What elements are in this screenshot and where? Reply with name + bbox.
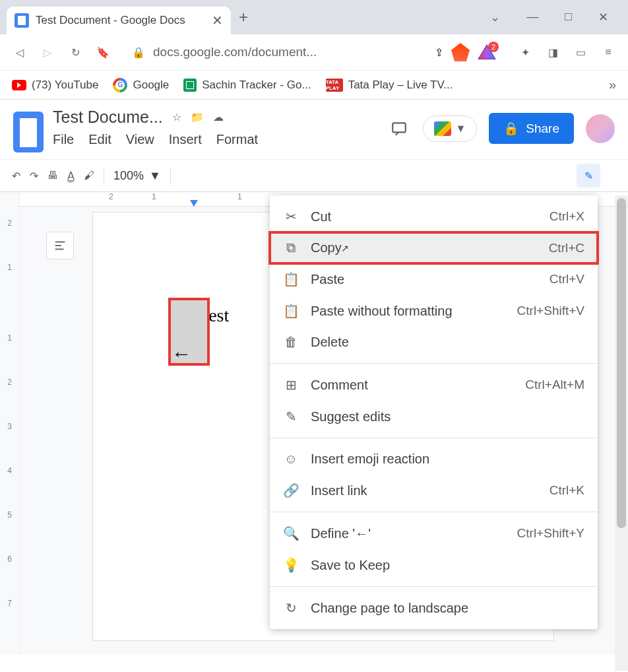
menu-item-cut[interactable]: ✂CutCtrl+X (270, 201, 598, 232)
menu-format[interactable]: Format (216, 132, 258, 147)
cut-icon: ✂ (283, 209, 299, 224)
new-tab-button[interactable]: + (239, 8, 248, 26)
separator (104, 167, 104, 184)
separator (170, 167, 171, 184)
extensions-icon[interactable]: ✦ (517, 44, 533, 60)
delete-icon: 🗑 (283, 335, 299, 350)
comments-button[interactable] (387, 117, 411, 141)
menu-insert[interactable]: Insert (169, 132, 202, 147)
menu-label: Suggest edits (311, 409, 573, 424)
minimize-button[interactable]: — (526, 10, 538, 24)
url-bar[interactable]: 🔒 docs.google.com/document... ⇪ (123, 43, 505, 61)
redo-button[interactable]: ↷ (30, 170, 38, 182)
scrollbar-thumb[interactable] (617, 198, 626, 528)
docs-header: Test Docume... ☆ 📁 ☁ File Edit View Inse… (0, 100, 628, 152)
undo-button[interactable]: ↶ (12, 170, 20, 182)
bookmark-overflow-icon[interactable]: » (609, 77, 616, 92)
share-url-icon[interactable]: ⇪ (435, 46, 443, 59)
editing-mode-button[interactable]: ✎ (577, 164, 600, 187)
reload-button[interactable]: ↻ (67, 44, 83, 60)
meet-button[interactable]: ▼ (423, 116, 477, 142)
menu-separator (270, 363, 598, 364)
menu-shortcut: Ctrl+V (550, 272, 584, 286)
window-dropdown-icon[interactable]: ⌄ (490, 10, 500, 24)
menu-item-paste-without-formatting[interactable]: 📋Paste without formattingCtrl+Shift+V (270, 295, 598, 327)
print-button[interactable]: 🖶 (47, 170, 58, 182)
menu-edit[interactable]: Edit (88, 132, 111, 147)
suggest-edits-icon: ✎ (283, 409, 299, 424)
star-icon[interactable]: ☆ (172, 111, 181, 123)
bookmark-google[interactable]: Google (113, 78, 169, 92)
bookmark-label: Sachin Tracker - Go... (202, 79, 311, 92)
context-menu: ✂CutCtrl+X⧉CopyCtrl+C↖📋PasteCtrl+V📋Paste… (270, 195, 598, 629)
menu-shortcut: Ctrl+K (550, 483, 584, 498)
menu-item-save-to-keep[interactable]: 💡Save to Keep (270, 549, 598, 581)
svg-marker-1 (479, 46, 495, 59)
docs-logo[interactable] (13, 112, 44, 152)
menu-item-comment[interactable]: ⊞CommentCtrl+Alt+M (270, 369, 598, 401)
menu-separator (270, 438, 598, 438)
menu-item-insert-emoji-reaction[interactable]: ☺Insert emoji reaction (270, 444, 598, 475)
document-title[interactable]: Test Docume... (53, 108, 163, 127)
zoom-select[interactable]: 100% ▼ (113, 169, 161, 183)
menu-item-insert-link[interactable]: 🔗Insert linkCtrl+K (270, 475, 598, 506)
brave-rewards-icon[interactable] (478, 44, 496, 60)
brave-shield-icon[interactable] (451, 43, 470, 61)
menu-item-paste[interactable]: 📋PasteCtrl+V (270, 263, 598, 295)
close-window-button[interactable]: ✕ (598, 10, 608, 24)
wallet-icon[interactable]: ▭ (573, 44, 588, 60)
menu-item-delete[interactable]: 🗑Delete (270, 327, 598, 358)
menu-label: Delete (311, 335, 573, 350)
bookmark-button[interactable]: 🔖 (95, 44, 111, 60)
menu-view[interactable]: View (126, 132, 154, 147)
menu-file[interactable]: File (53, 132, 74, 147)
menu-item-change-page-to-landscape[interactable]: ↻Change page to landscape (270, 592, 598, 624)
browser-tab[interactable]: Test Document - Google Docs ✕ (7, 7, 231, 34)
tata-play-icon: TATA PLAY (326, 79, 343, 92)
close-tab-icon[interactable]: ✕ (212, 13, 223, 28)
outline-button[interactable] (46, 232, 74, 259)
paste-icon: 📋 (283, 271, 299, 287)
forward-button[interactable]: ▷ (40, 44, 55, 60)
move-icon[interactable]: 📁 (191, 111, 204, 123)
chevron-down-icon: ▼ (455, 123, 466, 135)
bookmarks-bar: (73) YouTube Google Sachin Tracker - Go.… (0, 71, 628, 100)
paint-format-button[interactable]: 🖌 (84, 170, 94, 182)
lock-icon: 🔒 (503, 121, 519, 136)
bookmark-label: Google (133, 79, 169, 92)
menu-shortcut: Ctrl+X (550, 209, 584, 224)
menu-label: Define '←' (311, 526, 505, 541)
back-button[interactable]: ◁ (12, 44, 28, 60)
scrollbar[interactable] (615, 195, 628, 671)
chevron-down-icon: ▼ (149, 169, 161, 183)
menu-label: Cut (311, 209, 538, 224)
cloud-status-icon[interactable]: ☁ (213, 111, 224, 123)
bookmark-tata[interactable]: TATA PLAY Tata Play – Live TV... (326, 79, 453, 92)
menu-icon[interactable]: ≡ (600, 44, 616, 60)
browser-tab-strip: Test Document - Google Docs ✕ + ⌄ — □ ✕ (0, 0, 628, 34)
change-page-to-landscape-icon: ↻ (283, 600, 299, 616)
share-button[interactable]: 🔒 Share (489, 113, 574, 144)
comment-icon: ⊞ (283, 377, 299, 393)
menu-shortcut: Ctrl+Shift+Y (517, 526, 584, 541)
bookmark-sheets[interactable]: Sachin Tracker - Go... (183, 79, 311, 92)
maximize-button[interactable]: □ (565, 10, 572, 24)
menu-shortcut: Ctrl+Shift+V (517, 304, 584, 318)
menu-label: Save to Keep (311, 558, 573, 573)
browser-nav-bar: ◁ ▷ ↻ 🔖 🔒 docs.google.com/document... ⇪ … (0, 34, 628, 71)
docs-menu-bar: File Edit View Insert Format (53, 132, 378, 147)
indent-marker[interactable] (190, 200, 198, 207)
cursor-icon: ↖ (341, 243, 349, 253)
bookmark-youtube[interactable]: (73) YouTube (12, 79, 98, 92)
sidepanel-icon[interactable]: ◨ (545, 44, 561, 60)
svg-rect-2 (393, 123, 406, 132)
url-text: docs.google.com/document... (153, 45, 427, 59)
spellcheck-button[interactable]: A̲ (67, 170, 75, 182)
menu-item-define-[interactable]: 🔍Define '←'Ctrl+Shift+Y (270, 518, 598, 549)
menu-label: Paste (311, 272, 538, 287)
menu-item-copy[interactable]: ⧉CopyCtrl+C↖ (270, 232, 598, 263)
zoom-value: 100% (113, 169, 144, 183)
avatar[interactable] (586, 114, 615, 143)
menu-item-suggest-edits[interactable]: ✎Suggest edits (270, 401, 598, 432)
sheets-icon (183, 79, 197, 92)
